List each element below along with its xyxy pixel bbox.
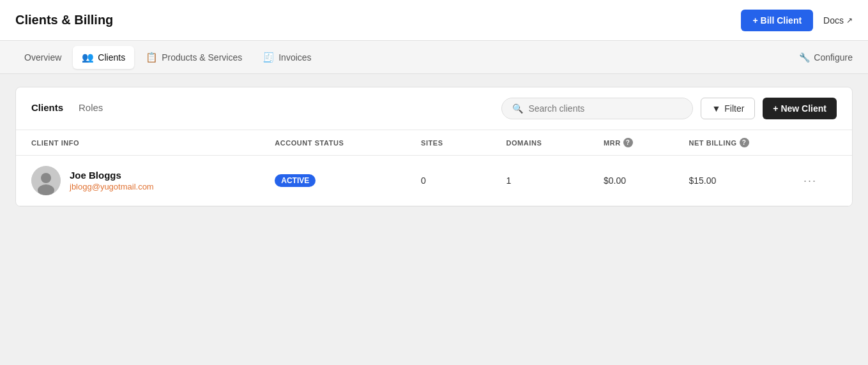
nav-bar: Overview 👥 Clients 📋 Products & Services… bbox=[0, 41, 868, 74]
col-sites: SITES bbox=[421, 138, 506, 147]
tab-overview[interactable]: Overview bbox=[15, 46, 70, 69]
net-billing-cell: $15.00 bbox=[689, 175, 798, 186]
table-row: Joe Bloggs jblogg@yugotmail.com ACTIVE 0… bbox=[16, 156, 852, 206]
mrr-info-icon: ? bbox=[623, 138, 633, 147]
tab-clients[interactable]: 👥 Clients bbox=[73, 46, 134, 69]
client-info-cell: Joe Bloggs jblogg@yugotmail.com bbox=[31, 166, 275, 195]
col-actions bbox=[798, 138, 837, 147]
products-services-label: Products & Services bbox=[162, 52, 242, 63]
more-actions-button[interactable]: ··· bbox=[798, 172, 822, 190]
nav-tabs: Overview 👥 Clients 📋 Products & Services… bbox=[15, 41, 321, 73]
svg-point-1 bbox=[41, 173, 51, 183]
invoices-icon: 🧾 bbox=[263, 52, 275, 63]
col-net-billing: NET BILLING ? bbox=[689, 138, 798, 147]
content-card: Clients Roles 🔍 ▼ Filter + New Client bbox=[15, 87, 853, 207]
client-name: Joe Bloggs bbox=[70, 170, 154, 181]
docs-link[interactable]: Docs ↗ bbox=[823, 15, 853, 26]
clients-icon: 👥 bbox=[82, 52, 94, 63]
tab-products-services[interactable]: 📋 Products & Services bbox=[137, 46, 251, 69]
clients-tab-label: Clients bbox=[98, 52, 125, 63]
client-details: Joe Bloggs jblogg@yugotmail.com bbox=[70, 170, 154, 191]
avatar bbox=[31, 166, 61, 195]
account-status-cell: ACTIVE bbox=[275, 174, 421, 187]
search-box[interactable]: 🔍 bbox=[501, 98, 693, 119]
filter-icon: ▼ bbox=[712, 103, 720, 114]
search-input[interactable] bbox=[528, 103, 682, 114]
clients-tabs: Clients Roles bbox=[31, 102, 103, 115]
mrr-cell: $0.00 bbox=[604, 175, 689, 186]
products-icon: 📋 bbox=[146, 52, 158, 63]
net-billing-info-icon: ? bbox=[740, 138, 749, 147]
col-domains: DOMAINS bbox=[506, 138, 604, 147]
search-icon: 🔍 bbox=[512, 103, 523, 114]
status-badge: ACTIVE bbox=[275, 174, 316, 187]
clients-toolbar: Clients Roles 🔍 ▼ Filter + New Client bbox=[16, 87, 852, 130]
new-client-button[interactable]: + New Client bbox=[763, 98, 837, 119]
clients-table: CLIENT INFO ACCOUNT STATUS SITES DOMAINS… bbox=[16, 130, 852, 206]
tab-invoices[interactable]: 🧾 Invoices bbox=[254, 46, 320, 69]
sites-cell: 0 bbox=[421, 175, 506, 186]
configure-link[interactable]: 🔧 Configure bbox=[799, 52, 853, 63]
clients-subtab-roles[interactable]: Roles bbox=[79, 102, 103, 115]
clients-subtab-clients[interactable]: Clients bbox=[31, 102, 63, 115]
bill-client-button[interactable]: + Bill Client bbox=[741, 10, 813, 31]
col-client-info: CLIENT INFO bbox=[31, 138, 275, 147]
domains-cell: 1 bbox=[506, 175, 604, 186]
configure-icon: 🔧 bbox=[799, 52, 810, 63]
header-actions: + Bill Client Docs ↗ bbox=[741, 10, 853, 31]
main-content: Clients Roles 🔍 ▼ Filter + New Client bbox=[0, 74, 868, 220]
row-actions-cell: ··· bbox=[798, 172, 837, 190]
external-link-icon: ↗ bbox=[846, 16, 853, 25]
client-email: jblogg@yugotmail.com bbox=[70, 182, 154, 191]
page-title: Clients & Billing bbox=[15, 13, 113, 27]
toolbar-right: 🔍 ▼ Filter + New Client bbox=[501, 98, 837, 119]
filter-button[interactable]: ▼ Filter bbox=[701, 98, 755, 119]
col-mrr: MRR ? bbox=[604, 138, 689, 147]
overview-label: Overview bbox=[24, 52, 61, 63]
page-header: Clients & Billing + Bill Client Docs ↗ bbox=[0, 0, 868, 41]
table-header: CLIENT INFO ACCOUNT STATUS SITES DOMAINS… bbox=[16, 130, 852, 156]
invoices-label: Invoices bbox=[278, 52, 311, 63]
col-account-status: ACCOUNT STATUS bbox=[275, 138, 421, 147]
